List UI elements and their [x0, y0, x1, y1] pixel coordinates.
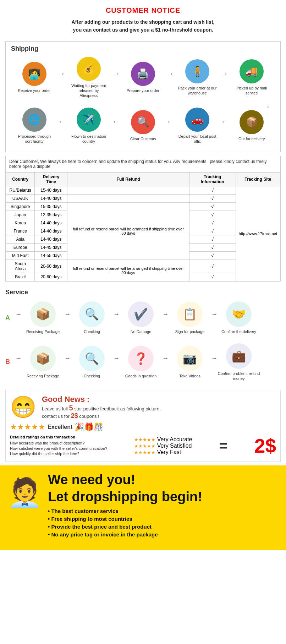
shipping-step-4: 🧍 Pack your order at our warehouse [178, 59, 217, 96]
step2-icon: 💰 [77, 57, 101, 81]
td-time: 20-60 days [35, 273, 67, 281]
shipping-step-8: 🔍 Clear Customs [123, 110, 163, 141]
shipping-step-10: 🌐 Processed through sort facility [15, 108, 54, 144]
q3-label: How quickly did the seller ship the item… [10, 452, 79, 456]
sb1-icon: 📦 [30, 346, 56, 371]
sa-arrow3: → [162, 311, 169, 318]
step5-icon: 🚚 [240, 59, 264, 83]
td-tracking: √ [189, 227, 236, 235]
r1-text: Very Accurate [157, 436, 192, 442]
sa2-label: Checking [84, 329, 100, 334]
arrow7: ← [112, 118, 120, 126]
sa4-label: Sign for package [175, 329, 205, 334]
td-time: 14-40 days [35, 219, 67, 227]
row-a-start-arrow: → [15, 311, 22, 318]
star-number: 5 [69, 404, 73, 412]
shipping-row1: 🧑‍💻 Receive your order → 💰 Waiting for p… [13, 57, 273, 98]
service-b-step5: 💼 Confirm problem, refund money [218, 343, 260, 381]
td-time: 14-55 days [35, 252, 67, 260]
td-refund-s-africa: full refund or resend parcel will be arr… [67, 260, 189, 281]
ratings-block: Detailed ratings on this transaction How… [10, 435, 276, 457]
notice-line1: After adding our products to the shoppin… [7, 18, 279, 26]
ratings-lines: How accurate was the product description… [10, 441, 107, 456]
td-time: 14-40 days [35, 195, 67, 203]
r-line2: ★★★★★ Very Satisfied [134, 443, 192, 449]
shipping-step-3: 🖨️ Prepare your order [123, 62, 163, 93]
arrow1: → [58, 70, 65, 78]
celebration-icons: 🎉🎁🎊 [75, 422, 103, 432]
shipping-step-6: 📦 Out for delivery [232, 110, 271, 141]
shipping-step-5: 🚚 Picked up by mail service [232, 59, 271, 96]
stars-row: ★★★★★ Excellent 🎉🎁🎊 [10, 422, 276, 432]
sb2-label: Checking [84, 373, 100, 378]
step9-label: Flown to destination country [69, 134, 108, 144]
step5-label: Picked up by mail service [232, 86, 271, 96]
service-b-step4: 📷 Take Videos [169, 346, 211, 378]
td-tracking: √ [189, 186, 236, 195]
equals-sign: = [219, 438, 227, 454]
dropship-avatar: 🧑‍💼 [7, 476, 43, 509]
col-delivery: Delivery Time [35, 173, 67, 186]
step4-icon: 🧍 [185, 59, 209, 83]
step7-label: Depart your local post offic [178, 134, 217, 144]
sb1-label: Receving Package [27, 373, 59, 378]
excellent-label: Excellent [48, 424, 72, 430]
td-tracking: √ [189, 211, 236, 219]
step10-label: Processed through sort facility [15, 134, 54, 144]
td-tracking: √ [189, 219, 236, 227]
step1-icon: 🧑‍💻 [22, 62, 46, 86]
step3-icon: 🖨️ [131, 62, 155, 86]
notice-title: CUSTOMER NOTICE [7, 6, 279, 15]
sa3-icon: ✔️ [128, 301, 154, 327]
good-news-title-pre: Good News : [42, 395, 89, 404]
td-time: 14-40 days [35, 227, 67, 235]
service-a-step2: 🔍 Checking [71, 301, 113, 334]
ratings-questions: How accurate was the product description… [10, 441, 107, 456]
dropship-section: 🧑‍💼 We need you! Let dropshipping begin!… [0, 465, 286, 550]
r1-stars: ★★★★★ [134, 437, 155, 442]
step10-icon: 🌐 [22, 108, 46, 132]
td-country: Europe [6, 244, 35, 252]
sb5-icon: 💼 [226, 343, 252, 369]
td-country: South Africa [6, 260, 35, 273]
good-news-title: Good News : [42, 395, 161, 404]
dropship-line1: We need you! [48, 473, 202, 487]
td-time: 14-45 days [35, 244, 67, 252]
step3-label: Prepare your order [127, 88, 159, 93]
service-a-step3: ✔️ No Damage [120, 301, 162, 334]
step8-label: Clear Customs [130, 136, 156, 141]
prize-value: 2$ [254, 435, 276, 457]
step1-label: Receive your order [18, 88, 51, 93]
td-tracking: √ [189, 252, 236, 260]
sa3-label: No Damage [131, 329, 152, 334]
dropship-point1: The best customer service [48, 508, 202, 514]
td-time: 14-40 days [35, 235, 67, 244]
td-time: 20-60 days [35, 260, 67, 273]
td-refund-empty [67, 195, 189, 203]
arrow2: → [112, 70, 119, 78]
sa1-icon: 📦 [30, 301, 56, 327]
td-country: RU/Belarus [6, 186, 35, 195]
shipping-table: Country Delivery Time Full Refund Tracki… [6, 172, 280, 281]
td-tracking: √ [189, 203, 236, 211]
step6-icon: 📦 [240, 110, 264, 134]
service-a-step1: 📦 Receiving Package [22, 301, 64, 334]
service-section: Service A → 📦 Receiving Package → 🔍 Chec… [5, 285, 281, 386]
service-row-a: A → 📦 Receiving Package → 🔍 Checking → ✔… [5, 301, 281, 334]
step6-label: Out for delivery [238, 136, 265, 141]
sa5-label: Confirm the delivery [221, 329, 256, 334]
shipping-row2: 📦 Out for delivery ← 🚗 Depart your local… [13, 108, 273, 144]
r-line1: ★★★★★ Very Accurate [134, 436, 192, 443]
sa-arrow4: → [211, 311, 218, 318]
good-news-line1: Leave us full 5 star positive feedback a… [42, 404, 161, 412]
q2-label: How satisfied were you with the seller's… [10, 446, 107, 451]
dropship-point2: Free shipping to most countries [48, 516, 202, 522]
shipping-table-section: Dear Customer, We always be here to conc… [5, 156, 281, 282]
sb4-label: Take Videos [179, 373, 200, 378]
td-tracking: √ [189, 195, 236, 203]
good-news-section: 😁 Good News : Leave us full 5 star posit… [5, 390, 281, 462]
dropship-point4: No any price tag or invoice in the packa… [48, 531, 202, 537]
smiley-emoji: 😁 [10, 394, 37, 420]
step7-icon: 🚗 [185, 108, 209, 132]
service-title: Service [5, 289, 281, 296]
